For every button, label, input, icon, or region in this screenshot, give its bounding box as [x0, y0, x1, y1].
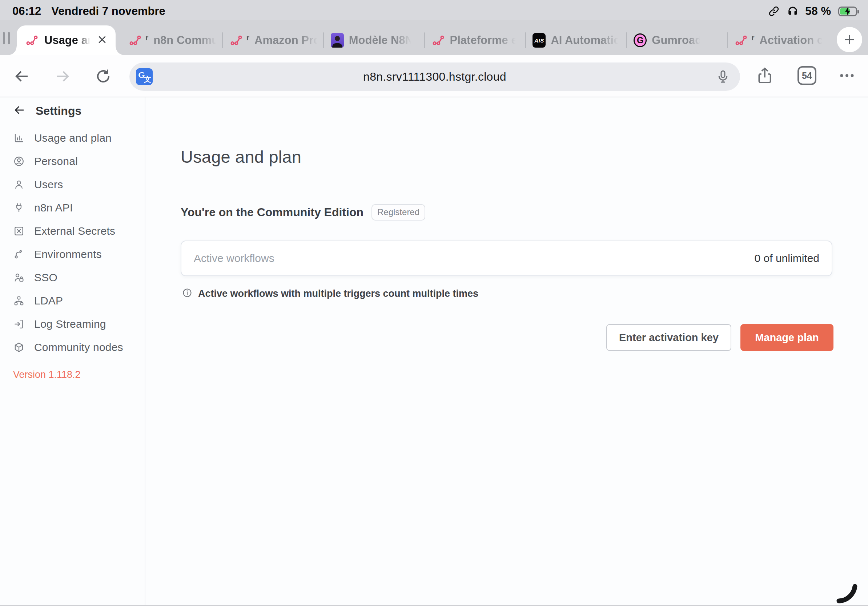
settings-sidebar: Settings Usage and planPersonalUsersn8n … [0, 97, 146, 606]
user-icon [13, 179, 25, 190]
sidebar-item-label: External Secrets [34, 225, 115, 237]
user-circle-icon [13, 156, 25, 167]
sidebar-item-community-nodes[interactable]: Community nodes [0, 336, 145, 359]
n8n-favicon-icon [432, 34, 445, 47]
share-button[interactable] [754, 65, 776, 87]
tab-gumroad[interactable]: GGumroad [627, 25, 727, 55]
battery-percent: 58 % [805, 5, 831, 18]
headphones-icon [786, 5, 799, 18]
tab-active-usage[interactable]: Usage an [17, 25, 116, 55]
reload-button[interactable] [94, 67, 113, 86]
sidebar-item-label: Environments [34, 248, 102, 260]
tab-title: AI Automatio [551, 34, 620, 47]
sidebar-item-sso[interactable]: SSO [0, 266, 145, 289]
tab-title: Activation cl [760, 34, 825, 47]
status-time: 06:12 [12, 5, 41, 18]
tab-overflow-indicator[interactable] [3, 32, 10, 44]
sidebar-item-label: LDAP [34, 295, 63, 307]
status-bar: 06:12 Vendredi 7 novembre 58 % [0, 0, 868, 20]
microphone-icon[interactable] [714, 68, 732, 86]
box-x-icon [13, 225, 25, 237]
forward-button[interactable] [53, 67, 72, 86]
info-icon[interactable] [182, 288, 192, 299]
sidebar-back[interactable]: Settings [13, 104, 81, 118]
url-text: n8n.srv1111300.hstgr.cloud [129, 70, 740, 83]
background-tabs: rn8n CommurAmazon ProcModèle N8NPlatefor… [122, 25, 828, 55]
sidebar-item-label: Community nodes [34, 341, 123, 354]
battery-charging-icon [838, 6, 857, 16]
browser-toolbar: G文 n8n.srv1111300.hstgr.cloud 54 [0, 55, 868, 97]
ipad-safari-window: 06:12 Vendredi 7 novembre 58 % Usage an … [0, 0, 868, 606]
sidebar-item-label: Users [34, 178, 63, 191]
active-workflows-meter: Active workflows 0 of unlimited [181, 241, 832, 276]
tab-title: Usage an [44, 34, 91, 47]
enter-activation-key-button[interactable]: Enter activation key [606, 324, 731, 351]
sidebar-item-usage-and-plan[interactable]: Usage and plan [0, 127, 145, 150]
plan-heading: You're on the Community Edition [181, 206, 363, 219]
tab-title: Modèle N8N [349, 34, 413, 47]
sidebar-item-label: SSO [34, 271, 57, 284]
tab-title: Amazon Proc [254, 34, 319, 47]
back-button[interactable] [12, 67, 31, 86]
sidebar-title: Settings [36, 104, 81, 118]
address-bar[interactable]: G文 n8n.srv1111300.hstgr.cloud [129, 62, 740, 91]
tab-title: Gumroad [652, 34, 702, 47]
tab-close-icon[interactable] [97, 34, 108, 46]
sidebar-item-log-streaming[interactable]: Log Streaming [0, 312, 145, 336]
hierarchy-icon [13, 295, 25, 307]
tab-mod-le-n8n[interactable]: Modèle N8N [324, 25, 424, 55]
sidebar-item-n8n-api[interactable]: n8n API [0, 196, 145, 220]
tab-n8n-commu[interactable]: rn8n Commu [122, 25, 222, 55]
tab-title: n8n Commu [153, 34, 219, 47]
n8n-favicon-icon [230, 34, 243, 47]
favicon-suffix: r [246, 33, 250, 42]
sidebar-item-label: Usage and plan [34, 132, 112, 144]
favicon-suffix: r [146, 33, 148, 42]
tab-title: Plateforme e [450, 34, 518, 47]
usage-note-text: Active workflows with multiple triggers … [198, 288, 478, 299]
hotspot-link-icon [767, 5, 780, 18]
manage-plan-button[interactable]: Manage plan [741, 324, 834, 351]
page-content: Settings Usage and planPersonalUsersn8n … [0, 97, 868, 606]
profile-photo-favicon [331, 34, 344, 47]
sidebar-item-personal[interactable]: Personal [0, 150, 145, 173]
gumroad-favicon: G [634, 34, 646, 47]
sidebar-item-label: n8n API [34, 202, 73, 214]
sidebar-item-ldap[interactable]: LDAP [0, 289, 145, 312]
bar-chart-icon [13, 132, 25, 144]
new-tab-button[interactable] [837, 27, 862, 52]
n8n-favicon-icon [25, 34, 39, 47]
sidebar-item-environments[interactable]: Environments [0, 243, 145, 266]
main-panel: Usage and plan You're on the Community E… [146, 97, 868, 606]
n8n-favicon-icon [129, 34, 142, 47]
git-branch-icon [13, 249, 25, 260]
ais-favicon: AIS [533, 34, 546, 47]
status-date: Vendredi 7 novembre [51, 5, 165, 18]
more-menu-button[interactable] [836, 65, 858, 87]
usage-value: 0 of unlimited [755, 252, 819, 264]
favicon-suffix: r [751, 33, 754, 42]
registered-badge: Registered [372, 204, 425, 221]
tab-plateforme-e[interactable]: Plateforme e [425, 25, 525, 55]
back-arrow-icon [13, 104, 25, 118]
log-in-icon [13, 318, 25, 330]
sidebar-item-label: Log Streaming [34, 318, 106, 330]
sidebar-menu: Usage and planPersonalUsersn8n APIExtern… [0, 127, 145, 359]
package-icon [13, 342, 25, 353]
tab-strip: Usage an rn8n CommurAmazon ProcModèle N8… [0, 20, 868, 55]
tabs-overview-button[interactable]: 54 [796, 65, 818, 87]
usage-label: Active workflows [194, 252, 274, 264]
user-lock-icon [13, 272, 25, 283]
tab-ai-automatio[interactable]: AISAI Automatio [526, 25, 626, 55]
n8n-favicon-icon [735, 34, 748, 47]
version-label: Version 1.118.2 [13, 369, 81, 380]
sidebar-item-users[interactable]: Users [0, 173, 145, 196]
loading-arc-decoration [829, 573, 867, 605]
tab-count: 54 [797, 66, 816, 85]
tab-amazon-proc[interactable]: rAmazon Proc [223, 25, 323, 55]
sidebar-item-external-secrets[interactable]: External Secrets [0, 220, 145, 243]
plug-icon [13, 202, 25, 213]
tab-activation-cl[interactable]: rActivation cl [728, 25, 828, 55]
page-title: Usage and plan [181, 147, 301, 167]
sidebar-item-label: Personal [34, 155, 78, 167]
